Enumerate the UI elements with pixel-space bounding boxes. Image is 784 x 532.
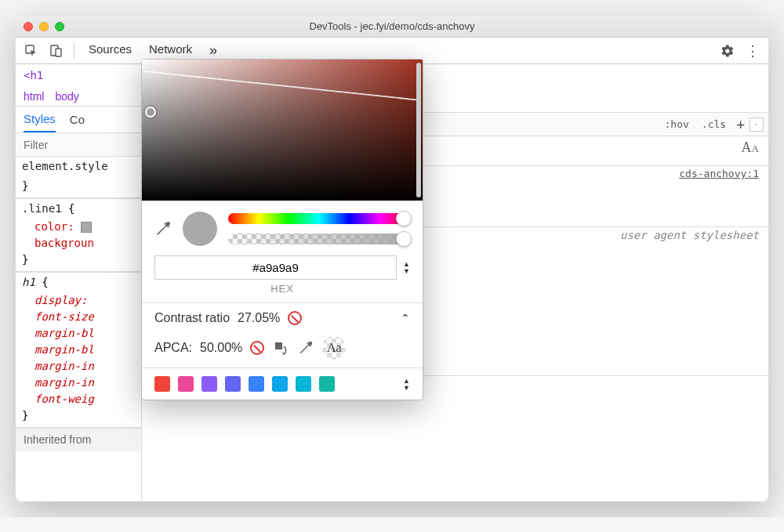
hov-toggle[interactable]: :hov (659, 116, 695, 132)
apca-fail-icon (250, 341, 264, 355)
cls-toggle[interactable]: .cls (696, 116, 731, 132)
svg-point-3 (167, 223, 170, 226)
devtools-window: DevTools - jec.fyi/demo/cds-anchovy Sour… (16, 16, 768, 501)
user-agent-stylesheet-label: user agent stylesheet (620, 229, 759, 241)
tabs-more[interactable]: » (209, 42, 222, 59)
eyedropper-icon[interactable] (154, 220, 172, 237)
tab-sources[interactable]: Sources (89, 42, 132, 59)
hue-knob[interactable] (396, 211, 412, 226)
inspect-element-icon[interactable] (20, 41, 42, 61)
toggle-sidebar-icon[interactable] (750, 118, 764, 132)
format-switcher[interactable]: ▲▼ (403, 261, 410, 274)
contrast-collapse-icon[interactable]: ⌃ (401, 312, 410, 324)
subtab-styles[interactable]: Styles (24, 107, 56, 132)
styles-list: element.style } .line1 { color: backgrou… (16, 157, 141, 501)
new-style-rule-button[interactable]: + (733, 116, 748, 132)
filter-input[interactable] (16, 136, 141, 154)
palette-swatch[interactable] (201, 376, 217, 392)
prop-font-size[interactable]: font-size (16, 309, 141, 325)
sv-thumb[interactable] (145, 107, 156, 118)
picker-scrollbar[interactable] (416, 63, 421, 197)
window-title: DevTools - jec.fyi/demo/cds-anchovy (16, 20, 768, 32)
h1-selector[interactable]: h1 (22, 276, 35, 288)
breadcrumb: html body (16, 86, 141, 107)
settings-icon[interactable] (717, 41, 739, 61)
svg-rect-4 (275, 342, 282, 349)
hex-input[interactable] (154, 255, 397, 280)
hue-slider[interactable] (228, 213, 410, 224)
line1-selector[interactable]: .line1 (22, 202, 62, 215)
palette-swatch[interactable] (296, 376, 311, 392)
prop-margin-inline-1[interactable]: margin-in (16, 358, 141, 375)
subtab-computed[interactable]: Co (70, 113, 85, 126)
styles-subtabs: Styles Co (16, 107, 141, 133)
palette-swatch[interactable] (249, 376, 264, 392)
prop-margin-block-2[interactable]: margin-bl (16, 342, 141, 358)
font-editor-icon[interactable]: AA (742, 139, 759, 156)
prop-font-weight[interactable]: font-weig (16, 391, 141, 407)
color-swatch-icon[interactable] (81, 222, 92, 233)
bg-eyedropper-icon[interactable] (297, 339, 314, 356)
source-link[interactable]: cds-anchovy:1 (679, 168, 759, 179)
palette-swatch[interactable] (272, 376, 288, 392)
breadcrumb-html[interactable]: html (24, 90, 44, 103)
prop-margin-inline-2[interactable]: margin-in (16, 375, 141, 391)
svg-point-5 (309, 342, 311, 345)
saturation-value-field[interactable] (142, 60, 423, 201)
device-toggle-icon[interactable] (45, 41, 67, 61)
contrast-boundary-line (140, 71, 417, 146)
color-picker: ▲▼ HEX Contrast ratio 27.05% ⌃ APCA: 50.… (141, 59, 423, 400)
palette-swatch[interactable] (178, 376, 194, 392)
prop-background[interactable]: backgroun (16, 235, 141, 252)
element-style-selector[interactable]: element.style (22, 160, 108, 172)
contrast-ratio-label: Contrast ratio (154, 311, 230, 325)
filter-row (16, 133, 141, 157)
palette-swatch[interactable] (319, 376, 335, 392)
text-preview-icon: Aa (322, 336, 346, 360)
current-color-swatch (183, 212, 217, 246)
prop-margin-block-1[interactable]: margin-bl (16, 325, 141, 342)
apca-value: 50.00% (200, 341, 242, 355)
prop-color[interactable]: color: (16, 219, 141, 235)
palette-swatch[interactable] (154, 376, 170, 392)
palette-switcher[interactable]: ▲▼ (403, 378, 410, 391)
alpha-knob[interactable] (396, 231, 412, 247)
svg-rect-2 (56, 49, 61, 56)
prop-display[interactable]: display: (16, 292, 141, 309)
apca-label: APCA: (154, 341, 192, 355)
contrast-ratio-row[interactable]: Contrast ratio 27.05% ⌃ (154, 311, 410, 325)
tab-network[interactable]: Network (149, 42, 192, 59)
inherited-from-label: Inherited from (16, 429, 141, 451)
kebab-menu-icon[interactable]: ⋮ (742, 41, 764, 61)
contrast-fail-icon (288, 311, 302, 325)
alpha-slider[interactable] (228, 233, 410, 244)
hex-label: HEX (142, 283, 423, 302)
apca-row: APCA: 50.00% Aa (154, 336, 410, 360)
panel-tabs: Sources Network » (81, 42, 222, 59)
contrast-ratio-value: 27.05% (238, 311, 280, 325)
rule-close: } (22, 179, 28, 192)
titlebar: DevTools - jec.fyi/demo/cds-anchovy (16, 16, 768, 38)
breadcrumb-body[interactable]: body (55, 90, 78, 103)
swap-bg-fg-icon[interactable] (272, 339, 289, 356)
palette-row: ▲▼ (142, 367, 423, 400)
palette-swatch[interactable] (225, 376, 241, 392)
